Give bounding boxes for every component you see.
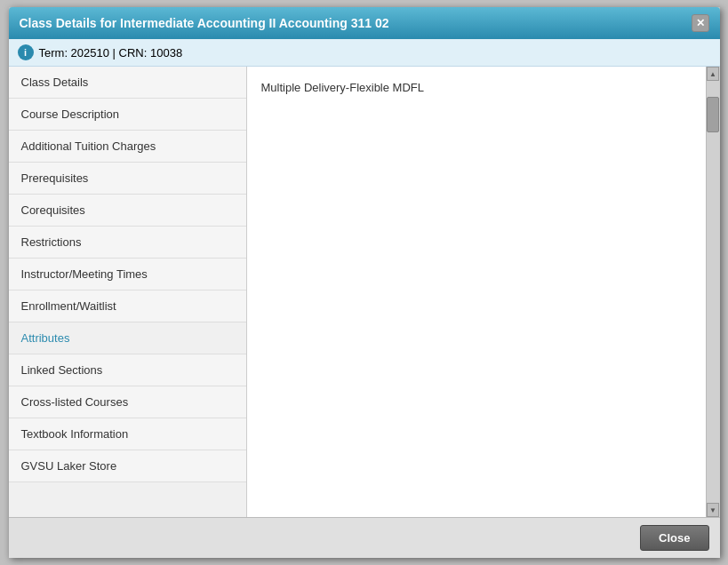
sidebar-item-instructor-meeting[interactable]: Instructor/Meeting Times [9, 259, 246, 290]
modal-body: i Term: 202510 | CRN: 10038 Class Detail… [9, 39, 720, 517]
sidebar-item-prerequisites[interactable]: Prerequisites [9, 163, 246, 195]
sidebar-item-linked-sections[interactable]: Linked Sections [9, 354, 246, 386]
sidebar-item-attributes[interactable]: Attributes [9, 322, 246, 354]
scroll-down-arrow[interactable]: ▼ [707, 503, 719, 517]
close-button[interactable]: Close [640, 525, 708, 551]
term-crn-text: Term: 202510 | CRN: 10038 [39, 46, 183, 60]
sidebar-item-enrollment-waitlist[interactable]: Enrollment/Waitlist [9, 290, 246, 322]
sidebar-item-textbook-info[interactable]: Textbook Information [9, 418, 246, 450]
info-icon: i [18, 44, 34, 60]
info-bar: i Term: 202510 | CRN: 10038 [9, 39, 720, 67]
attributes-content-text: Multiple Delivery-Flexible MDFL [261, 81, 425, 94]
footer: Close [9, 517, 720, 558]
scroll-thumb[interactable] [707, 97, 719, 132]
sidebar-item-course-description[interactable]: Course Description [9, 99, 246, 131]
sidebar-item-additional-tuition[interactable]: Additional Tuition Charges [9, 131, 246, 163]
content-area: Class DetailsCourse DescriptionAdditiona… [9, 67, 720, 517]
sidebar-item-gvsu-laker-store[interactable]: GVSU Laker Store [9, 450, 246, 482]
modal-dialog: Class Details for Intermediate Accountin… [9, 7, 720, 558]
title-close-button[interactable]: ✕ [692, 14, 709, 32]
sidebar-item-class-details[interactable]: Class Details [9, 67, 246, 99]
sidebar: Class DetailsCourse DescriptionAdditiona… [9, 67, 247, 517]
sidebar-item-restrictions[interactable]: Restrictions [9, 227, 246, 259]
main-content: Multiple Delivery-Flexible MDFL [247, 67, 706, 517]
modal-title: Class Details for Intermediate Accountin… [20, 16, 389, 30]
title-bar: Class Details for Intermediate Accountin… [9, 7, 720, 39]
sidebar-item-cross-listed[interactable]: Cross-listed Courses [9, 386, 246, 418]
scroll-up-arrow[interactable]: ▲ [707, 67, 719, 81]
scrollbar[interactable]: ▲ ▼ [706, 67, 720, 517]
sidebar-item-corequisites[interactable]: Corequisites [9, 195, 246, 227]
